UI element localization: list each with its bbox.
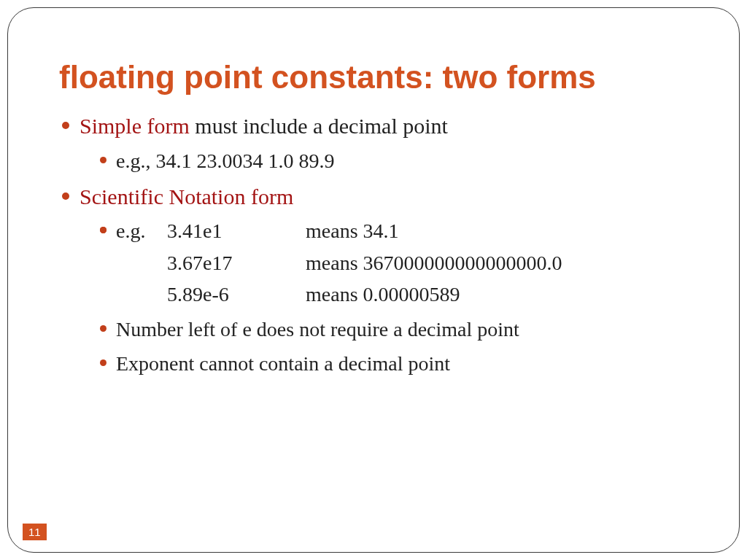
scientific-example-row-0: e.g. 3.41e1 means 34.1 3.67e17 means 367… bbox=[80, 215, 688, 310]
sci-row-1-a: 3.67e17 bbox=[167, 247, 306, 279]
simple-form-sublist: e.g., 34.1 23.0034 1.0 89.9 bbox=[80, 145, 688, 176]
scientific-example-lead: e.g. bbox=[116, 219, 145, 242]
slide-frame: floating point constants: two forms Simp… bbox=[7, 7, 740, 553]
sci-row-2-b: means 0.00000589 bbox=[306, 279, 688, 310]
scientific-form-sublist: e.g. 3.41e1 means 34.1 3.67e17 means 367… bbox=[80, 215, 688, 379]
simple-form-rest: must include a decimal point bbox=[190, 114, 448, 138]
sci-row-1-b: means 367000000000000000.0 bbox=[306, 247, 688, 279]
scientific-example-row-1: 3.67e17 means 367000000000000000.0 bbox=[80, 247, 688, 279]
sci-row-0-b: means 34.1 bbox=[306, 215, 688, 246]
scientific-example-row-2: 5.89e-6 means 0.00000589 bbox=[80, 279, 688, 310]
bullet-scientific-form: Scientific Notation form e.g. 3.41e1 mea… bbox=[59, 181, 688, 379]
sci-row-2-a: 5.89e-6 bbox=[167, 279, 306, 310]
content-list: Simple form must include a decimal point… bbox=[59, 110, 688, 379]
scientific-note-0: Number left of e does not require a deci… bbox=[80, 314, 688, 345]
scientific-note-1: Exponent cannot contain a decimal point bbox=[80, 348, 688, 379]
slide-title: floating point constants: two forms bbox=[59, 59, 688, 96]
sci-row-0-a: 3.41e1 bbox=[167, 215, 306, 246]
simple-form-label: Simple form bbox=[80, 114, 190, 138]
scientific-form-label: Scientific Notation form bbox=[80, 184, 293, 209]
page-number-badge: 11 bbox=[23, 524, 47, 540]
bullet-simple-form: Simple form must include a decimal point… bbox=[59, 110, 688, 176]
simple-form-example: e.g., 34.1 23.0034 1.0 89.9 bbox=[80, 145, 688, 176]
